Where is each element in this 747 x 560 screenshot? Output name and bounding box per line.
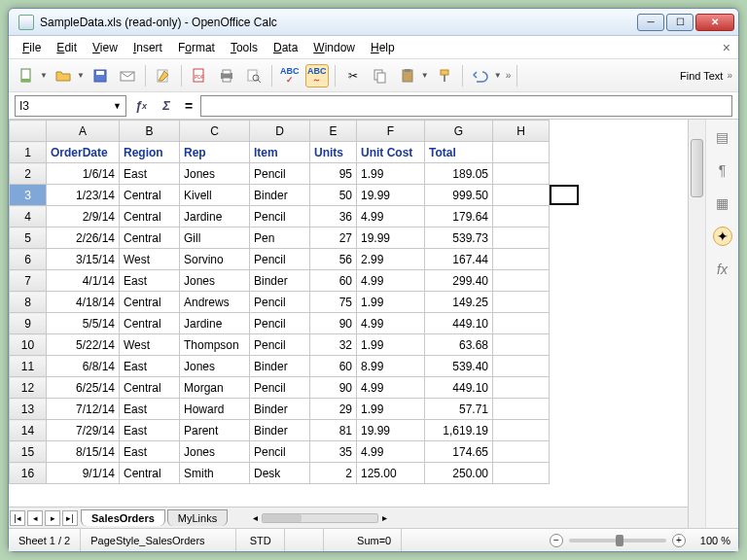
paste-button[interactable] <box>396 64 419 88</box>
cell-C10[interactable]: Thompson <box>180 334 250 356</box>
copy-button[interactable] <box>369 64 392 88</box>
cell-F6[interactable]: 2.99 <box>357 249 425 270</box>
cell-C9[interactable]: Jardine <box>180 313 250 334</box>
row-header-2[interactable]: 2 <box>10 163 47 185</box>
edit-button[interactable] <box>152 64 175 88</box>
sidebar-gallery-icon[interactable]: ▦ <box>713 193 732 213</box>
row-header-1[interactable]: 1 <box>10 142 47 163</box>
cell-A10[interactable]: 5/22/14 <box>47 334 120 356</box>
cell-E5[interactable]: 27 <box>310 228 357 249</box>
sidebar-styles-icon[interactable]: ¶ <box>713 160 732 180</box>
cell-H12[interactable] <box>493 377 550 399</box>
cell-D15[interactable]: Pencil <box>250 441 310 463</box>
cell-B9[interactable]: Central <box>120 313 180 334</box>
cell-E15[interactable]: 35 <box>310 441 357 463</box>
cell-E11[interactable]: 60 <box>310 356 357 377</box>
cell-C12[interactable]: Morgan <box>180 377 250 399</box>
cell-H14[interactable] <box>493 420 550 441</box>
cell-F13[interactable]: 1.99 <box>357 399 425 420</box>
cell-E3[interactable]: 50 <box>310 185 357 206</box>
zoom-level[interactable]: 100 % <box>692 535 730 546</box>
cell-E8[interactable]: 75 <box>310 292 357 313</box>
row-header-16[interactable]: 16 <box>10 463 47 484</box>
sum-button[interactable]: Σ <box>156 95 177 117</box>
titlebar[interactable]: SampleData.xls (read-only) - OpenOffice … <box>9 9 738 36</box>
cell-C15[interactable]: Jones <box>180 441 250 463</box>
cell-F14[interactable]: 19.99 <box>357 420 425 441</box>
cell-H16[interactable] <box>493 463 550 484</box>
cell-B16[interactable]: Central <box>120 463 180 484</box>
cell-G12[interactable]: 449.10 <box>425 377 493 399</box>
cell-G5[interactable]: 539.73 <box>425 228 493 249</box>
cell-D2[interactable]: Pencil <box>250 163 310 185</box>
tab-next[interactable]: ▸ <box>45 510 60 526</box>
sidebar-navigator-icon[interactable]: ✦ <box>713 227 732 246</box>
cell-C6[interactable]: Sorvino <box>180 249 250 270</box>
cell-H15[interactable] <box>493 441 550 463</box>
cell-D8[interactable]: Pencil <box>250 292 310 313</box>
cell-H6[interactable] <box>493 249 550 270</box>
cell-A3[interactable]: 1/23/14 <box>47 185 120 206</box>
cell-D6[interactable]: Pencil <box>250 249 310 270</box>
maximize-button[interactable]: ☐ <box>666 14 694 31</box>
vertical-scrollbar[interactable] <box>688 120 705 528</box>
cell-B7[interactable]: East <box>120 270 180 292</box>
cell-B5[interactable]: Central <box>120 228 180 249</box>
cell-C1[interactable]: Rep <box>180 142 250 163</box>
cell-C3[interactable]: Kivell <box>180 185 250 206</box>
cell-A6[interactable]: 3/15/14 <box>47 249 120 270</box>
cell-D5[interactable]: Pen <box>250 228 310 249</box>
col-header-C[interactable]: C <box>180 121 250 142</box>
status-sheet[interactable]: Sheet 1 / 2 <box>9 529 81 551</box>
cell-B10[interactable]: West <box>120 334 180 356</box>
cell-D12[interactable]: Pencil <box>250 377 310 399</box>
status-pagestyle[interactable]: PageStyle_SalesOrders <box>81 529 236 551</box>
horizontal-scrollbar[interactable]: ◂ ▸ <box>247 512 688 523</box>
col-header-B[interactable]: B <box>120 121 180 142</box>
cell-A9[interactable]: 5/5/14 <box>47 313 120 334</box>
cell-F4[interactable]: 4.99 <box>357 206 425 228</box>
name-box[interactable]: I3▼ <box>15 95 126 117</box>
cell-B3[interactable]: Central <box>120 185 180 206</box>
cell-B4[interactable]: Central <box>120 206 180 228</box>
cell-D1[interactable]: Item <box>250 142 310 163</box>
col-header-G[interactable]: G <box>425 121 493 142</box>
col-header-F[interactable]: F <box>357 121 425 142</box>
save-button[interactable] <box>89 64 112 88</box>
sidebar-functions-icon[interactable]: fx <box>713 260 732 279</box>
cell-E4[interactable]: 36 <box>310 206 357 228</box>
cell-G2[interactable]: 189.05 <box>425 163 493 185</box>
cell-B15[interactable]: East <box>120 441 180 463</box>
cell-C14[interactable]: Parent <box>180 420 250 441</box>
menu-data[interactable]: Data <box>267 39 303 56</box>
menu-tools[interactable]: Tools <box>225 39 264 56</box>
menu-help[interactable]: Help <box>365 39 401 56</box>
new-dropdown[interactable]: ▼ <box>40 71 48 80</box>
minimize-button[interactable]: ─ <box>637 14 664 31</box>
menu-window[interactable]: Window <box>307 39 361 56</box>
cell-A13[interactable]: 7/12/14 <box>47 399 120 420</box>
cell-H7[interactable] <box>493 270 550 292</box>
cell-B1[interactable]: Region <box>120 142 180 163</box>
col-header-H[interactable]: H <box>493 121 550 142</box>
cell-C4[interactable]: Jardine <box>180 206 250 228</box>
cell-B12[interactable]: Central <box>120 377 180 399</box>
cell-C7[interactable]: Jones <box>180 270 250 292</box>
cut-button[interactable]: ✂ <box>341 64 365 88</box>
cell-H1[interactable] <box>493 142 550 163</box>
status-mode[interactable]: STD <box>236 529 285 551</box>
cell-B8[interactable]: Central <box>120 292 180 313</box>
tab-last[interactable]: ▸| <box>62 510 78 526</box>
close-button[interactable]: ✕ <box>695 14 734 31</box>
cell-H10[interactable] <box>493 334 550 356</box>
paste-dropdown[interactable]: ▼ <box>421 71 429 80</box>
cell-G3[interactable]: 999.50 <box>425 185 493 206</box>
cell-E16[interactable]: 2 <box>310 463 357 484</box>
status-sum[interactable]: Sum=0 <box>324 529 402 551</box>
cell-H11[interactable] <box>493 356 550 377</box>
cell-H2[interactable] <box>493 163 550 185</box>
cell-E2[interactable]: 95 <box>310 163 357 185</box>
undo-button[interactable] <box>469 64 492 88</box>
tab-first[interactable]: |◂ <box>10 510 25 526</box>
open-button[interactable] <box>52 64 75 88</box>
